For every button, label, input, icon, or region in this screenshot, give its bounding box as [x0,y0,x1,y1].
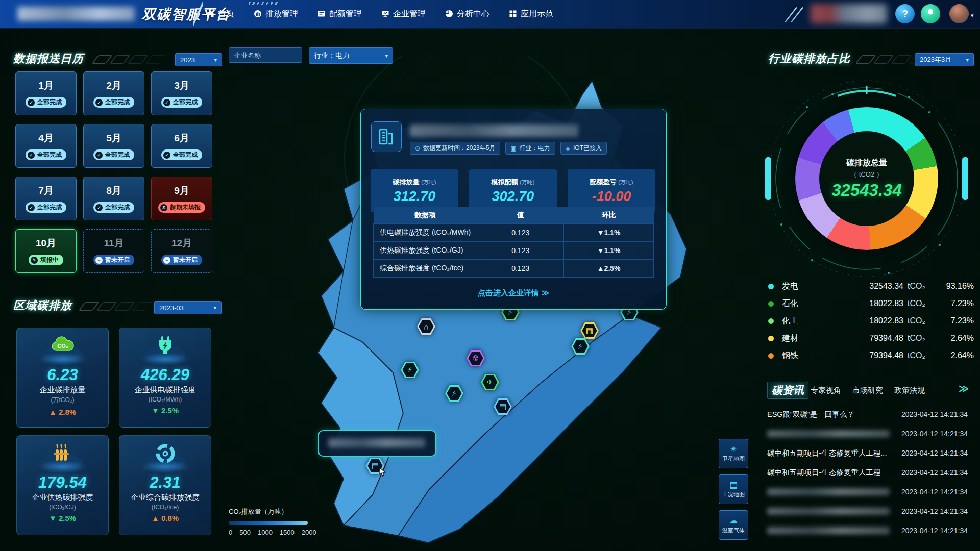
month-card-7[interactable]: 7月✓全部完成 [15,177,77,220]
month-card-4[interactable]: 4月✓全部完成 [15,124,77,168]
industry-legend: 发电32543.34 tCO₂93.16% 石化18022.83 tCO₂7.2… [768,280,974,362]
nav-item-enterprise[interactable]: 企业管理 [381,9,426,19]
news-item[interactable]: ESG跟“双碳”是一回事么？2023-04-12 14:21:34 [767,408,968,420]
update-time-badge: ⊙数据更新时间：2023年5月 [410,142,500,155]
table-row: 供热碳排放强度 (tCO₂/GJ)0.123▼1.1% [374,242,654,260]
check-icon: ✓ [95,99,103,106]
month-card-9[interactable]: 9月✗超期未填报 [151,177,212,220]
map-marker-lightning-icon[interactable]: ⚡ [571,338,590,355]
news-item[interactable]: 2023-04-12 14:21:34 [767,524,968,537]
enterprise-name [410,124,578,137]
legend-row-steel: 钢铁79394.48 tCO₂2.64% [768,349,974,362]
stat-emission: 碳排放量 (万吨) 312.70 [371,169,458,212]
map-marker-lightning-icon[interactable]: ⚡ [400,361,420,379]
main-nav: 首页 排放管理 配额管理 企业管理 分析中心 应用示范 [206,0,553,28]
month-card-8[interactable]: 8月✓全部完成 [83,177,144,220]
help-button[interactable]: ? [895,4,915,23]
news-item[interactable]: 2023-04-12 14:21:34 [767,428,968,440]
title-decoration [82,302,150,311]
chevron-down-icon: ▾ [214,57,217,63]
month-card-2[interactable]: 2月✓全部完成 [83,71,144,115]
nav-item-emission[interactable]: 排放管理 [254,9,298,19]
iot-badge: ◈IOT已接入 [560,142,607,155]
map-marker-magnet-icon[interactable]: ∩ [416,318,436,335]
tooltip-company-name [328,438,425,447]
check-icon: ✓ [28,152,35,159]
news-tab-expert[interactable]: 专家视角 [811,386,841,395]
enterprise-detail-link[interactable]: 点击进入企业详情 ≫ [361,288,666,298]
nav-item-demo[interactable]: 应用示范 [509,9,553,19]
enterprise-icon [381,10,389,18]
stat-balance: 配额盈亏 (万吨) -10.00 [568,169,655,212]
map-marker-plane-icon[interactable]: ✈ [480,373,500,391]
legend-row-building: 建材79394.48 tCO₂2.64% [768,332,974,345]
check-icon: ✓ [95,204,103,211]
check-icon: ✓ [163,99,170,106]
dashboard: 双碳智服平台 首页 排放管理 配额管理 企业管理 分析中心 [0,0,980,551]
map-marker-lightning-icon[interactable]: ⚡ [445,385,464,402]
legend-row-power: 发电32543.34 tCO₂93.16% [768,280,974,293]
title-decoration [95,55,163,64]
calendar-panel-title: 数据报送日历 [13,51,84,66]
map-marker-document-icon[interactable]: ▤ [493,398,512,415]
heater-icon [51,443,75,466]
nav-item-home[interactable]: 首页 [206,9,234,19]
legend-row-chemical: 化工18022.83 tCO₂7.23% [768,314,974,328]
up-arrow-icon: ▲ [49,408,59,416]
map-layer-buttons: ✴ 卫星地图 ▤ 工况地图 ☁ 温室气体 [719,439,748,540]
satellite-map-button[interactable]: ✴ 卫星地图 [719,439,748,468]
news-tab-market[interactable]: 市场研究 [852,386,883,395]
industry-period-select[interactable]: 2023年3月▾ [915,53,974,66]
redacted-news-title [767,527,890,534]
industry-panel-title: 行业碳排放占比 [768,51,850,66]
notifications-button[interactable] [921,4,940,23]
regional-period-select[interactable]: 2023-03▾ [154,301,222,314]
month-card-10[interactable]: 10月✎填报中 [15,229,77,273]
month-card-5[interactable]: 5月✓全部完成 [83,124,144,168]
news-item[interactable]: 2023-04-12 14:21:34 [767,486,968,498]
redacted-news-title [767,488,890,495]
legend-dot-icon [768,301,774,307]
month-card-1[interactable]: 1月✓全部完成 [15,71,77,115]
total-emission-value: 32543.34 [831,181,902,200]
map-marker-radiation-icon[interactable]: ☢ [466,349,485,367]
building-icon [371,121,402,152]
month-card-3[interactable]: 3月✓全部完成 [151,71,212,115]
user-menu-caret-icon[interactable]: ▾ [971,12,974,19]
legend-dot-icon [768,353,774,359]
industry-icon: ▣ [510,145,516,152]
nav-item-analysis[interactable]: 分析中心 [445,9,489,19]
news-more-arrow-icon[interactable]: ≫ [959,383,969,394]
legend-dot-icon [768,336,774,341]
news-item[interactable]: 碳中和五期项目-生态修复重大工程2023-04-12 14:21:34 [767,466,968,479]
top-bar: 双碳智服平台 首页 排放管理 配额管理 企业管理 分析中心 [0,0,980,29]
check-icon: ✓ [95,152,103,159]
user-avatar[interactable] [949,4,969,23]
month-card-11[interactable]: 11月−暂未开启 [83,229,144,273]
legend-dot-icon [768,318,774,324]
map-co2-legend: CO₂排放量（万吨） 0 500 1000 1500 2000 [229,507,316,536]
server-icon: ▤ [729,481,738,489]
enterprise-stats: 碳排放量 (万吨) 312.70 模拟配额 (万吨) 302.70 配额盈亏 (… [371,169,655,212]
enterprise-intensity-table: 数据项 值 环比 供电碳排放强度 (tCO₂/MWh)0.123▼1.1% 供热… [373,207,654,278]
calendar-year-select[interactable]: 2023▾ [175,53,222,66]
calendar-grid: 1月✓全部完成 2月✓全部完成 3月✓全部完成 4月✓全部完成 5月✓全部完成 … [15,71,212,273]
metric-card-power: 426.29 企业供电碳排强度 (tCO₂/MWh) ▼ 2.5% [119,328,211,428]
map-marker-battery-icon[interactable]: ▦ [580,322,599,339]
company-logo [17,7,135,21]
metric-card-emission: CO₂ 6.23 企业碳排放量 (万tCO₂) ▲ 2.8% [16,328,109,428]
news-tab-policy[interactable]: 政策法规 [894,386,925,395]
month-card-12[interactable]: 12月−暂未开启 [151,229,212,273]
regional-metric-grid: CO₂ 6.23 企业碳排放量 (万tCO₂) ▲ 2.8% 426.29 企业… [16,328,211,535]
gauge-icon [155,443,176,466]
nav-item-quota[interactable]: 配额管理 [317,9,362,19]
month-card-6[interactable]: 6月✓全部完成 [151,124,212,168]
legend-row-petrochem: 石化18022.83 tCO₂7.23% [768,297,974,310]
condition-map-button[interactable]: ▤ 工况地图 [719,474,748,504]
molecule-icon: ☁ [729,516,738,525]
down-arrow-icon: ▼ [152,406,161,415]
co2-cloud-icon: CO₂ [49,335,77,358]
news-item[interactable]: 2023-04-12 14:21:34 [767,505,968,517]
greenhouse-gas-button[interactable]: ☁ 温室气体 [719,510,748,540]
news-item[interactable]: 碳中和五期项目-生态修复重大工程...2023-04-12 14:21:34 [767,447,968,459]
